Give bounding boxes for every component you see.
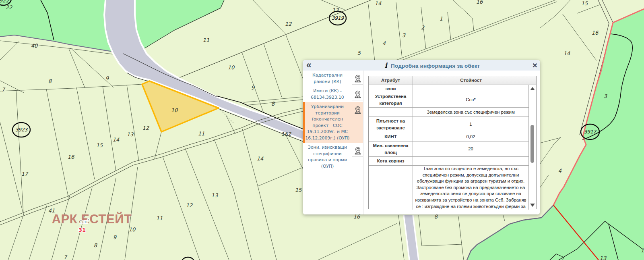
sidebar-item-3-selected[interactable]: Урбанизирани територии (окончателен прое…: [303, 102, 363, 143]
table-row: Плътност на застрояване1: [369, 117, 536, 132]
table-row: Кота корниз: [369, 157, 536, 166]
table-row: Земеделска зона със специфичен режим: [369, 108, 536, 117]
table-row: Устройствена категорияСсп*: [369, 92, 536, 108]
attribute-cell: Кота корниз: [369, 157, 413, 166]
header-value: Стойност: [413, 76, 529, 85]
value-cell: Тази зона по същество е земеделска, но с…: [413, 166, 529, 210]
map-label: 13: [127, 131, 134, 137]
map-label: 14: [375, 0, 382, 6]
region-circle-number: 3919: [332, 15, 345, 21]
map-label: 14: [113, 137, 120, 143]
map-label: 16: [476, 0, 483, 5]
map-label: 152: [281, 131, 292, 137]
panel-title-wrap: iПодробна информация за обект: [325, 60, 540, 71]
map-label: 13: [600, 255, 607, 260]
map-label: 14: [564, 50, 570, 56]
map-label: 4: [558, 168, 562, 174]
close-icon[interactable]: ×: [533, 60, 537, 70]
map-label: 16: [592, 30, 599, 36]
region-circle-number: 3923: [15, 127, 28, 133]
map-label: 3922: [0, 0, 9, 4]
map-label: 14: [257, 156, 264, 162]
table-header: Атрибут Стойност: [369, 76, 536, 85]
sidebar-item-4[interactable]: Зони, изискващи специфични правила и нор…: [303, 143, 363, 171]
table-row: Тази зона по същество е земеделска, но с…: [369, 166, 536, 210]
map-label: 15: [96, 142, 103, 148]
table-row: Мин. озеленена площ20: [369, 141, 536, 157]
attribute-cell: зони: [369, 85, 413, 93]
map-label: 10: [129, 227, 136, 233]
collapse-panel-button[interactable]: «: [306, 60, 312, 70]
sidebar-item-label: Зони, изискващи специфични правила и нор…: [303, 144, 352, 169]
sidebar-item-label: Имоти (КК) - 68134.3923.10: [303, 88, 352, 100]
scroll-down-arrow-icon[interactable]: [530, 204, 535, 207]
value-cell: [413, 157, 529, 166]
map-pin-icon: [352, 72, 363, 85]
value-cell: 0,02: [413, 132, 529, 141]
map-label: 15: [581, 0, 588, 6]
parcel-31-label: 31: [78, 227, 86, 233]
map-label: 4: [382, 40, 386, 46]
table-body: зониУстройствена категорияСсп*Земеделска…: [369, 85, 536, 210]
header-scroll-spacer: [529, 76, 536, 85]
map-label: 12: [186, 202, 193, 208]
map-label: 12: [285, 21, 292, 27]
map-pin-icon: [352, 88, 363, 100]
map-label: 11: [198, 131, 205, 137]
attribute-cell: Плътност на застрояване: [369, 117, 413, 132]
map-label: 13: [211, 192, 219, 198]
value-cell: Ссп*: [413, 92, 529, 108]
info-icon: i: [385, 61, 387, 69]
map-label: 22: [6, 4, 12, 10]
map-label: 12: [142, 125, 149, 131]
attribute-cell: КИНТ: [369, 132, 413, 141]
value-cell: [413, 85, 529, 93]
map-label: 1: [641, 248, 644, 254]
value-cell: Земеделска зона със специфичен режим: [413, 108, 529, 117]
map-pin-icon: [352, 144, 363, 157]
map-label: 2: [421, 25, 425, 31]
table-row: КИНТ0,02: [369, 132, 536, 141]
sidebar-item-1[interactable]: Кадастрални райони (КК): [303, 71, 363, 86]
map-label: 16: [68, 154, 75, 160]
vertical-scrollbar[interactable]: [529, 85, 536, 209]
map-label: 11: [203, 37, 210, 43]
map-label: 13: [332, 7, 339, 13]
map-label: 40: [31, 43, 38, 49]
attribute-cell: [369, 108, 413, 117]
region-circle-number: 3917: [584, 129, 597, 135]
map-label: 5: [357, 50, 361, 56]
sidebar-item-2[interactable]: Имоти (КК) - 68134.3923.10: [303, 86, 363, 102]
map-label: 15: [295, 187, 302, 193]
layer-sidebar: Кадастрални райони (КК)Имоти (КК) - 6813…: [303, 71, 363, 214]
table-row: зони: [369, 85, 536, 92]
watermark: АРК ЕСТЕЙТ: [52, 212, 132, 226]
attribute-cell: Мин. озеленена площ: [369, 141, 413, 157]
scroll-up-arrow-icon[interactable]: [530, 87, 535, 90]
value-cell: 20: [413, 141, 529, 157]
map-label: 16: [353, 214, 361, 220]
panel-title: Подробна информация за обект: [391, 63, 480, 69]
scrollbar-thumb[interactable]: [530, 125, 534, 163]
map-label: 10: [171, 107, 178, 113]
info-panel: « iПодробна информация за обект × Кадаст…: [303, 60, 540, 214]
map-label: 11: [156, 215, 163, 221]
header-attribute: Атрибут: [369, 76, 413, 85]
panel-header: « iПодробна информация за обект ×: [303, 60, 540, 71]
value-cell: 1: [413, 117, 529, 132]
map-label: 1: [440, 16, 443, 22]
map-pin-icon: [352, 104, 363, 116]
attribute-cell: Устройствена категория: [369, 92, 413, 108]
sidebar-item-label: Урбанизирани територии (окончателен прое…: [303, 104, 352, 141]
map-label: 17: [21, 171, 29, 177]
attribute-cell: [369, 166, 413, 210]
sidebar-item-label: Кадастрални райони (КК): [303, 72, 352, 85]
map-label: 10: [228, 64, 235, 71]
attribute-table: Атрибут Стойност зониУстройствена катего…: [368, 76, 537, 209]
